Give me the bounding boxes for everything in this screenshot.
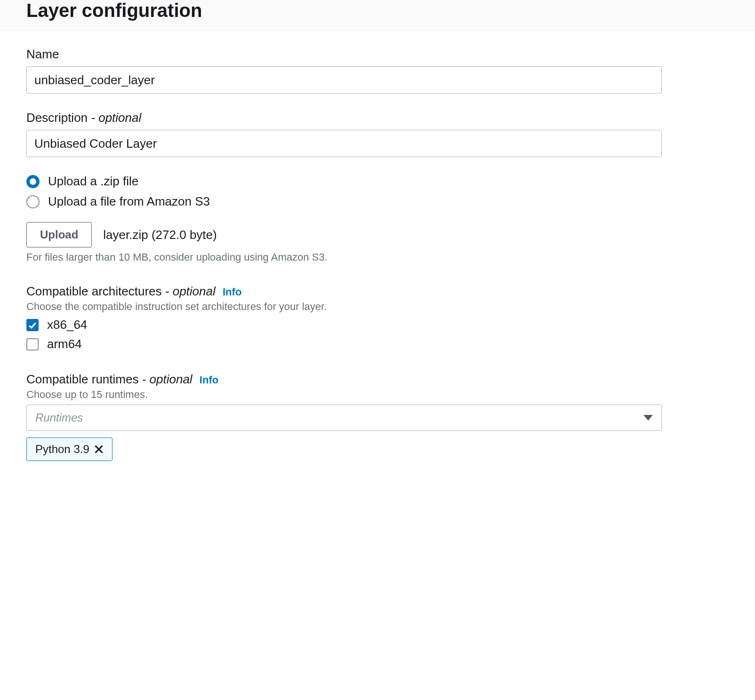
radio-upload-s3[interactable]: Upload a file from Amazon S3 — [26, 194, 729, 209]
checkbox-checked-icon — [26, 319, 39, 331]
radio-upload-s3-label: Upload a file from Amazon S3 — [48, 194, 210, 209]
checkbox-unchecked-icon — [26, 338, 39, 350]
runtimes-desc: Choose up to 15 runtimes. — [26, 389, 729, 401]
arch-x86-label: x86_64 — [47, 318, 87, 332]
runtimes-info-link[interactable]: Info — [200, 374, 218, 386]
upload-source-field: Upload a .zip file Upload a file from Am… — [26, 174, 729, 263]
radio-selected-icon — [26, 175, 40, 188]
arch-title-row: Compatible architectures - optional Info — [26, 284, 729, 299]
description-label: Description - optional — [26, 111, 729, 125]
name-field: Name — [26, 47, 729, 94]
runtime-token-label: Python 3.9 — [35, 443, 89, 456]
arch-title: Compatible architectures — [26, 284, 162, 298]
upload-row: Upload layer.zip (272.0 byte) — [26, 222, 729, 247]
radio-upload-zip[interactable]: Upload a .zip file — [26, 174, 729, 189]
runtimes-select[interactable]: Runtimes — [26, 405, 662, 431]
arch-info-link[interactable]: Info — [223, 286, 241, 298]
close-icon[interactable] — [94, 445, 104, 454]
panel-header: Layer configuration — [0, 0, 755, 30]
name-input[interactable] — [26, 66, 662, 94]
page-title: Layer configuration — [26, 0, 729, 21]
arch-desc: Choose the compatible instruction set ar… — [26, 301, 729, 313]
description-field: Description - optional — [26, 111, 729, 157]
arch-arm-label: arm64 — [47, 337, 82, 351]
runtimes-placeholder: Runtimes — [35, 411, 83, 424]
upload-hint: For files larger than 10 MB, consider up… — [26, 251, 729, 263]
description-optional: - optional — [88, 111, 141, 125]
uploaded-filename: layer.zip (272.0 byte) — [103, 228, 217, 242]
arch-arm-row[interactable]: arm64 — [26, 337, 729, 351]
description-label-text: Description — [26, 111, 88, 125]
runtimes-optional: - optional — [138, 372, 192, 386]
caret-down-icon — [643, 415, 653, 421]
description-input[interactable] — [26, 130, 662, 157]
runtime-token: Python 3.9 — [26, 438, 112, 461]
runtimes-section: Compatible runtimes - optional Info Choo… — [26, 372, 729, 461]
arch-optional: - optional — [162, 284, 216, 298]
upload-button[interactable]: Upload — [26, 222, 92, 247]
form-content: Name Description - optional Upload a .zi… — [0, 30, 755, 478]
runtimes-title: Compatible runtimes — [26, 372, 138, 386]
runtimes-title-row: Compatible runtimes - optional Info — [26, 372, 729, 387]
radio-upload-zip-label: Upload a .zip file — [48, 174, 138, 189]
radio-unselected-icon — [26, 195, 40, 208]
architectures-section: Compatible architectures - optional Info… — [26, 284, 729, 351]
arch-x86-row[interactable]: x86_64 — [26, 318, 729, 332]
name-label: Name — [26, 47, 729, 62]
